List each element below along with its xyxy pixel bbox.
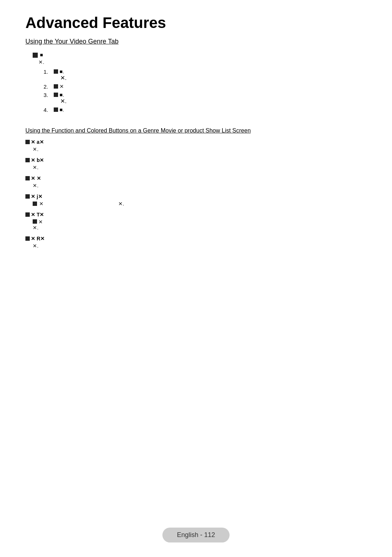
func-icon-6 bbox=[25, 236, 30, 241]
func-item-6: ✕ R✕ ✕. bbox=[25, 236, 367, 249]
func-item-1: ✕ a✕ ✕. bbox=[25, 139, 367, 152]
num-label-4: 4. bbox=[44, 107, 54, 113]
func-header-label-4: ✕ j✕ bbox=[31, 194, 42, 199]
section1-bullet-subtext: ✕. bbox=[38, 59, 367, 65]
section2-link[interactable]: Using the Function and Colored Buttons o… bbox=[25, 127, 251, 134]
num-label-3: 3. bbox=[44, 92, 54, 98]
section1-bullet-text: ■ bbox=[40, 52, 43, 58]
section1-bullet-block: ■ ✕. bbox=[25, 52, 367, 65]
func-header-3: ✕ ✕ bbox=[25, 175, 367, 181]
num-label-2: 2. bbox=[44, 84, 54, 90]
num-content-2: ✕ bbox=[54, 84, 64, 89]
func-item-2: ✕ b✕ ✕. bbox=[25, 157, 367, 170]
numbered-item-4: 4. ■. bbox=[44, 107, 367, 113]
bullet-square-icon bbox=[33, 53, 38, 58]
func-desc-icon-5a bbox=[33, 219, 37, 224]
func-icon-2 bbox=[25, 158, 30, 162]
num-3b-text: ✕. bbox=[60, 98, 66, 105]
func-header-6: ✕ R✕ bbox=[25, 236, 367, 241]
section1-bullet: ■ bbox=[33, 52, 367, 58]
func-desc-icon-4 bbox=[33, 202, 37, 206]
func-desc-5b-text: ✕. bbox=[33, 225, 367, 231]
func-desc-4-right: ✕. bbox=[118, 201, 124, 207]
func-header-label-5: ✕ T✕ bbox=[31, 212, 44, 217]
mini-square-3a-icon bbox=[54, 93, 58, 97]
func-item-5: ✕ T✕ ✕ ✕. bbox=[25, 212, 367, 231]
func-desc-5a: ✕ ✕. bbox=[33, 219, 367, 231]
num-2a-text: ✕ bbox=[60, 84, 64, 89]
func-header-4: ✕ j✕ bbox=[25, 194, 367, 199]
func-icon-4 bbox=[25, 194, 30, 199]
numbered-item-2: 2. ✕ bbox=[44, 84, 367, 90]
func-desc-1: ✕. bbox=[33, 146, 367, 152]
func-item-4: ✕ j✕ ✕ ✕. bbox=[25, 194, 367, 207]
func-icon-3 bbox=[25, 176, 30, 180]
func-header-label-1: ✕ a✕ bbox=[31, 139, 44, 145]
section1-link[interactable]: Using the Your Video Genre Tab bbox=[25, 38, 119, 45]
func-desc-4: ✕ ✕. bbox=[33, 201, 367, 207]
func-desc-4-left: ✕ bbox=[39, 201, 44, 207]
num-content-4: ■. bbox=[54, 107, 64, 113]
func-desc-3: ✕. bbox=[33, 183, 367, 188]
numbered-item-1: 1. ■. ✕. bbox=[44, 69, 367, 81]
func-item-3: ✕ ✕ ✕. bbox=[25, 175, 367, 188]
num-label-1: 1. bbox=[44, 69, 54, 75]
num-content-1: ■. ✕. bbox=[54, 69, 66, 81]
num-1b-text: ✕. bbox=[60, 74, 66, 81]
mini-square-2a-icon bbox=[54, 84, 58, 89]
num-1a-text: ■. bbox=[60, 69, 64, 74]
func-header-2: ✕ b✕ bbox=[25, 157, 367, 163]
func-header-label-6: ✕ R✕ bbox=[31, 236, 45, 241]
mini-square-4a-icon bbox=[54, 107, 58, 112]
num-3a-text: ■. bbox=[60, 92, 64, 98]
page-badge: English - 112 bbox=[162, 528, 229, 542]
section1-numbered-list: 1. ■. ✕. 2. ✕ 3. bbox=[25, 69, 367, 113]
num-content-3: ■. ✕. bbox=[54, 92, 66, 105]
page-title: Advanced Features bbox=[25, 15, 367, 31]
func-header-label-2: ✕ b✕ bbox=[31, 157, 44, 163]
numbered-item-3: 3. ■. ✕. bbox=[44, 92, 367, 105]
num-4a-text: ■. bbox=[60, 107, 64, 113]
section2-block: Using the Function and Colored Buttons o… bbox=[25, 127, 367, 249]
func-header-5: ✕ T✕ bbox=[25, 212, 367, 217]
func-desc-6: ✕. bbox=[33, 243, 367, 249]
func-icon-1 bbox=[25, 140, 30, 144]
func-header-1: ✕ a✕ bbox=[25, 139, 367, 145]
func-desc-4-row: ✕ ✕. bbox=[33, 201, 367, 207]
func-desc-5a-text: ✕ bbox=[38, 219, 43, 225]
func-desc-2: ✕. bbox=[33, 164, 367, 170]
mini-square-1a-icon bbox=[54, 69, 58, 74]
func-icon-5 bbox=[25, 212, 30, 217]
func-header-label-3: ✕ ✕ bbox=[31, 175, 41, 181]
